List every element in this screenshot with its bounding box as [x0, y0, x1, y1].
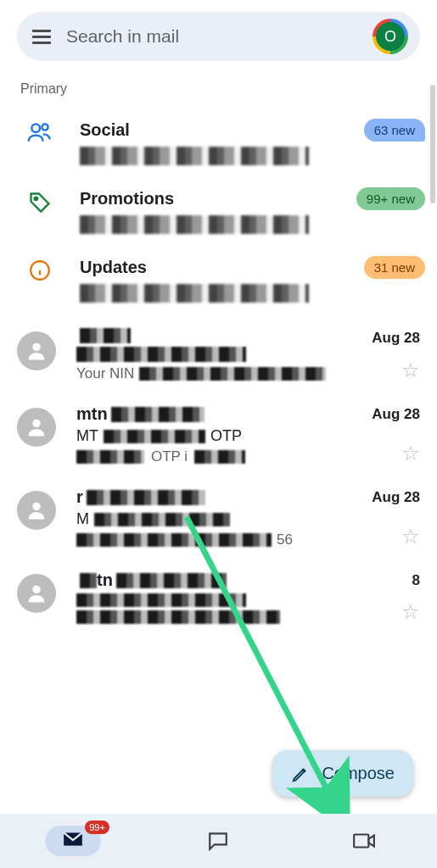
email-preview-text: Your NIN [76, 365, 134, 382]
badge-updates: 31 new [364, 256, 425, 279]
video-icon [352, 832, 376, 850]
email-row[interactable]: Aug 28 r M 56 ☆ [0, 474, 437, 557]
category-updates[interactable]: Updates 31 new [0, 246, 437, 314]
email-subject-prefix: M [76, 510, 89, 528]
people-icon [25, 122, 54, 142]
sender-avatar [17, 491, 56, 530]
sender-avatar [17, 331, 56, 370]
svg-rect-11 [354, 834, 368, 847]
svg-point-1 [42, 124, 48, 130]
menu-icon[interactable] [32, 30, 51, 44]
email-subject-prefix: MT [76, 427, 98, 445]
svg-point-8 [32, 503, 40, 510]
chat-icon [207, 831, 229, 851]
bottom-nav: 99+ [0, 814, 437, 868]
svg-point-2 [35, 198, 38, 201]
email-date: Aug 28 [372, 489, 420, 506]
email-date: Aug 28 [372, 330, 420, 347]
mail-badge: 99+ [85, 821, 109, 834]
badge-promotions: 99+ new [356, 187, 425, 210]
email-date: Aug 28 [372, 406, 420, 423]
compose-button[interactable]: Compose [272, 750, 413, 797]
search-placeholder[interactable]: Search in mail [66, 26, 373, 47]
redacted-preview [80, 147, 309, 165]
sender-avatar [17, 574, 56, 613]
redacted-preview [80, 284, 309, 303]
svg-point-7 [32, 420, 40, 427]
category-promotions[interactable]: Promotions 99+ new [0, 177, 437, 246]
svg-point-6 [32, 343, 40, 351]
avatar-initial: O [376, 22, 405, 51]
star-icon[interactable]: ☆ [401, 600, 420, 624]
account-avatar[interactable]: O [373, 19, 408, 54]
star-icon[interactable]: ☆ [401, 525, 420, 548]
email-row[interactable]: Aug 28 Your NIN ☆ [0, 314, 437, 391]
email-from-text: tn [97, 570, 113, 590]
nav-chat[interactable] [193, 831, 244, 851]
info-icon [25, 259, 54, 281]
primary-label: Primary [20, 81, 437, 97]
email-from-text: r [76, 487, 83, 507]
mail-icon [62, 831, 84, 848]
sender-avatar [17, 408, 56, 447]
email-preview-suffix: 56 [277, 531, 293, 548]
tag-icon [25, 191, 54, 214]
email-date: 8 [412, 572, 420, 589]
pencil-icon [291, 765, 310, 783]
search-bar[interactable]: Search in mail O [17, 12, 420, 61]
star-icon[interactable]: ☆ [401, 359, 420, 382]
svg-point-9 [32, 586, 40, 593]
badge-social: 63 new [364, 119, 425, 142]
scrollbar[interactable] [430, 85, 435, 203]
redacted-preview [80, 215, 309, 234]
email-subject-suffix: OTP [210, 427, 242, 445]
category-social[interactable]: Social 63 new [0, 108, 437, 177]
email-preview-mid: OTP i [151, 448, 188, 465]
email-from-text: mtn [76, 404, 108, 424]
nav-meet[interactable] [339, 832, 389, 850]
star-icon[interactable]: ☆ [401, 442, 420, 465]
compose-label: Compose [322, 764, 395, 783]
email-row[interactable]: Aug 28 mtn MT OTP OTP i ☆ [0, 391, 437, 474]
svg-point-0 [31, 124, 40, 132]
nav-mail[interactable]: 99+ [48, 826, 98, 856]
email-row[interactable]: 8 tn ☆ [0, 557, 437, 632]
